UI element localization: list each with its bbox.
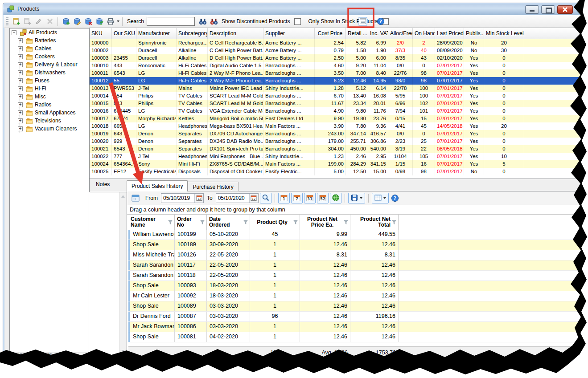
products-column-header[interactable]: Our SKU [112, 28, 136, 39]
sales-row[interactable]: Dr Dennis Ford10008703-03-20209612.46119… [128, 312, 583, 322]
products-column-header[interactable]: Last Priced [435, 28, 464, 39]
product-row[interactable]: 100022777J-TelHeadphonesMini Earphones -… [90, 153, 580, 160]
sales-column-header[interactable]: Date Ordered [207, 215, 250, 230]
maximize-button[interactable] [541, 5, 555, 14]
product-row-selected[interactable]: 10001255LGHi-Fi Cables2 Way M-F Phono Le… [90, 77, 580, 85]
sales-row[interactable]: Shop Sale10009318-03-2020112.4612.46 [128, 281, 583, 291]
date-browser-button[interactable] [129, 193, 142, 203]
save-button[interactable] [348, 193, 365, 203]
copy-note-button[interactable] [22, 16, 33, 27]
tree-item-cables[interactable]: +Cables [16, 45, 89, 53]
expand-icon[interactable]: + [18, 110, 23, 115]
expand-icon[interactable]: + [18, 102, 23, 107]
sales-row[interactable]: Shop Sale10008903-03-2020112.4612.46 [128, 301, 583, 312]
product-row[interactable]: 100015543PhilipsTV CablesSCART Lead M-M … [90, 100, 580, 107]
products-column-header[interactable]: SKU [90, 28, 112, 39]
product-row[interactable]: 100013PWR553J-TelMainsMains Power IEC Le… [90, 85, 580, 92]
products-column-header[interactable]: Supplier [263, 28, 315, 39]
products-column-header[interactable]: Manufacturer [136, 28, 177, 39]
products-column-header[interactable]: Retail ... [346, 28, 368, 39]
sales-column-header[interactable]: Product Net Price Ea. [300, 215, 350, 230]
close-button[interactable] [557, 5, 573, 14]
sales-column-header[interactable]: Customer Name [128, 215, 175, 230]
tree-item-televisions[interactable]: +Televisions [16, 117, 89, 125]
expand-icon[interactable]: + [18, 62, 23, 67]
notes-panel-label[interactable]: Notes [89, 181, 126, 190]
add-product-button[interactable] [61, 16, 71, 27]
filter-icon[interactable] [391, 219, 397, 225]
expand-icon[interactable]: + [18, 38, 23, 43]
filter-icon[interactable] [293, 219, 298, 225]
edit-note-button[interactable] [33, 16, 44, 27]
product-row[interactable]: 1000216543DenonSeparatesDX101 Spin-tech … [90, 145, 580, 153]
sales-row[interactable]: Shop Sale10008104-02-2020112.4612.46 [128, 332, 583, 342]
tree-item-fuses[interactable]: +Fuses [16, 77, 89, 85]
from-calendar-button[interactable]: 12 [194, 194, 203, 203]
products-column-header[interactable]: Min Stock Level [484, 28, 524, 39]
minimize-button[interactable] [525, 5, 539, 14]
print-dropdown-icon[interactable] [117, 20, 119, 22]
products-column-header[interactable]: Publis... [464, 28, 484, 39]
notes-panel[interactable] [89, 192, 127, 356]
expand-icon[interactable]: + [18, 70, 23, 75]
run-search-button[interactable] [260, 193, 271, 203]
filter-icon[interactable] [343, 219, 349, 225]
products-column-header[interactable]: Inc. VAT [368, 28, 388, 39]
expand-icon[interactable]: + [18, 54, 23, 59]
tree-item-misc[interactable]: +Misc [16, 93, 89, 101]
tree-item-all-products[interactable]: −All Products [10, 28, 89, 37]
sales-row[interactable]: Sarah Sarandon10011822-05-2020112.4612.4… [128, 271, 583, 281]
tree-item-delivery-labour[interactable]: +Delivery & Labour [16, 61, 89, 69]
range-7-days-button[interactable]: 7 [291, 193, 303, 203]
products-column-header[interactable]: On Hand [413, 28, 435, 39]
tree-item-small-appliances[interactable]: +Small Appliances [16, 109, 89, 117]
expand-icon[interactable]: + [18, 94, 23, 99]
expand-icon[interactable]: + [18, 86, 23, 91]
duplicate-product-button[interactable] [94, 16, 104, 27]
expand-icon[interactable]: + [18, 126, 23, 131]
split-view-button[interactable] [358, 16, 368, 26]
product-row[interactable]: 100010443RoncomaticHi-Fi CablesDigital A… [90, 62, 580, 69]
product-row[interactable]: 100025EE12Easify ElectricalsDisposalsDis… [90, 168, 580, 175]
find-icon[interactable] [197, 16, 208, 27]
show-discontinued-checkbox[interactable] [294, 18, 301, 25]
product-row[interactable]: 100016665445LGTV CablesVGA Extender Cabl… [90, 107, 580, 115]
tab-purchase-history[interactable]: Purchase History [188, 182, 238, 191]
to-calendar-button[interactable]: 12 [249, 194, 258, 203]
expand-icon[interactable]: + [18, 118, 23, 123]
edit-product-button[interactable] [72, 16, 82, 27]
expand-icon[interactable]: + [18, 78, 23, 83]
tree-item-batteries[interactable]: +Batteries [16, 37, 89, 45]
filter-icon[interactable] [243, 219, 248, 225]
add-note-button[interactable] [11, 16, 21, 27]
sales-row[interactable]: Sarah Sarandon10011722-05-2020112.4612.4… [128, 260, 583, 271]
search-input[interactable] [147, 17, 195, 26]
product-row[interactable]: 100014654PhilipsTV CablesSCART Lead M-M … [90, 92, 580, 100]
product-row[interactable]: 100000SpinnytronicRechargea...C Cell Rec… [90, 39, 580, 47]
group-by-bar[interactable]: Drag a column header and drop it here to… [127, 205, 583, 215]
sales-row[interactable]: William Lawrence10019905-10-2020459.9944… [128, 230, 583, 240]
sales-row[interactable]: Miss Michelle Trade10012622-05-202018.31… [128, 250, 583, 260]
find-advanced-icon[interactable] [209, 16, 219, 27]
tree-item-vacuum-cleaners[interactable]: +Vacuum Cleaners [16, 125, 89, 133]
tree-item-cookers[interactable]: +Cookers [16, 53, 89, 61]
help-button-2[interactable]: ? [390, 193, 400, 203]
sales-row[interactable]: Shop Sale10018930-09-2020112.4612.46 [128, 240, 583, 250]
filter-icon[interactable] [168, 219, 173, 225]
toolbar-grip[interactable] [6, 17, 8, 25]
tree-item-hi-fi[interactable]: +Hi-Fi [16, 85, 89, 93]
notes-scrollbar[interactable] [119, 192, 127, 355]
tab-product-sales-history[interactable]: Product Sales History [127, 180, 188, 191]
range-31-days-button[interactable]: 31 [304, 193, 316, 203]
product-row[interactable]: 10000323455DuracellAlkalineD Cell High P… [90, 54, 580, 62]
tree-item-dishwashers[interactable]: +Dishwashers [16, 69, 89, 77]
to-date-input[interactable] [216, 195, 249, 201]
help-button[interactable]: ? [375, 16, 386, 26]
delete-note-button[interactable] [45, 16, 55, 27]
sales-row[interactable]: Mr Cain Lester10009218-03-2020112.4612.4… [128, 291, 583, 301]
range-1-day-button[interactable]: 1 [278, 193, 290, 203]
products-column-header[interactable]: Cost Price [315, 28, 346, 39]
product-row[interactable]: 1000116543LGHi-Fi Cables2 Way M-F Phono … [90, 69, 580, 77]
product-row[interactable]: 100020929DenonSeparatesDX345 DAB Radio M… [90, 138, 580, 145]
tree-item-radios[interactable]: +Radios [16, 101, 89, 109]
